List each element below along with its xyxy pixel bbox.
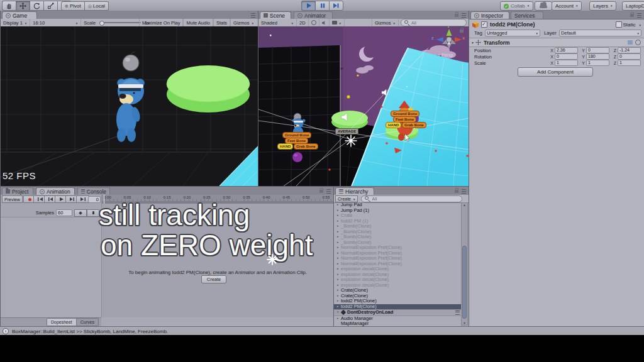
transform-component-header[interactable]: ▼ Transform <box>469 38 644 47</box>
hierarchy-item[interactable]: ▼DontDestroyOnLoad <box>334 309 462 316</box>
inspector-menu-icon[interactable] <box>637 13 641 18</box>
layout-dropdown[interactable]: LaptopDef <box>622 1 644 11</box>
status-bar[interactable]: i BoxManager::Build_ItemList >> StickyBo… <box>0 326 644 336</box>
foldout-icon[interactable]: ► <box>336 245 341 251</box>
scrollbar-thumb[interactable] <box>462 246 467 319</box>
foldout-icon[interactable]: ► <box>336 208 341 214</box>
game-viewport[interactable]: 52 FPS <box>1 26 258 186</box>
pause-button[interactable] <box>315 1 329 11</box>
foldout-icon[interactable]: ► <box>336 256 341 261</box>
position-x-field[interactable]: 2.36 <box>555 47 578 53</box>
scene-panel-menu-icon[interactable] <box>462 13 466 18</box>
tab-services[interactable]: Services <box>511 11 543 19</box>
hierarchy-lock-icon[interactable] <box>455 190 458 193</box>
hand-tool-button[interactable] <box>2 1 16 11</box>
foldout-icon[interactable]: ► <box>336 283 341 288</box>
game-panel-menu-icon[interactable] <box>251 13 255 18</box>
layer-dropdown[interactable]: Default <box>559 30 641 36</box>
tab-console[interactable]: Console <box>77 187 110 195</box>
animation-menu-icon[interactable] <box>326 189 331 194</box>
mute-audio-toggle[interactable]: Mute Audio <box>183 19 213 26</box>
2d-toggle[interactable]: 2D <box>297 19 309 26</box>
hierarchy-create-dropdown[interactable]: Create <box>335 195 358 202</box>
step-button[interactable] <box>329 1 343 11</box>
foldout-icon[interactable]: ► <box>336 261 341 267</box>
scale-slider[interactable] <box>99 22 141 23</box>
gear-icon[interactable] <box>635 40 641 45</box>
foldout-icon[interactable]: ► <box>336 316 341 322</box>
move-tool-button[interactable] <box>16 1 30 11</box>
cloud-button[interactable] <box>535 1 552 11</box>
dopesheet-toggle[interactable]: Dopesheet <box>47 318 77 326</box>
tab-inspector[interactable]: Inspector <box>470 11 509 19</box>
hierarchy-item[interactable]: ►todd2 PM(Clone) <box>334 304 462 310</box>
reference-book-icon[interactable] <box>628 40 633 45</box>
foldout-icon[interactable]: ► <box>336 240 341 246</box>
scene-gizmos-dropdown[interactable]: Gizmos <box>372 19 399 26</box>
foldout-icon[interactable]: ► <box>336 293 341 299</box>
position-z-field[interactable]: -1.24 <box>618 47 641 53</box>
foldout-icon[interactable]: ► <box>336 277 341 283</box>
lighting-toggle[interactable] <box>309 19 319 26</box>
persp-label[interactable]: < Persp <box>438 53 453 57</box>
preview-toggle[interactable]: Preview <box>2 195 23 203</box>
aspect-dropdown[interactable]: 16:10 <box>30 19 81 26</box>
scene-menu-icon[interactable] <box>455 310 460 315</box>
scale-y-field[interactable]: 1 <box>586 60 609 66</box>
pivot-toggle-button[interactable]: ⊕ Pivot <box>61 1 85 11</box>
tab-animation[interactable]: Animation <box>36 187 75 195</box>
scene-viewport[interactable]: Y X Z < Persp AVERAGE Ground Bone Feet B… <box>258 26 469 186</box>
foldout-icon[interactable]: ► <box>336 299 341 304</box>
scene-lock-icon[interactable] <box>455 14 458 17</box>
hierarchy-menu-icon[interactable] <box>462 189 466 194</box>
curves-toggle[interactable]: Curves <box>77 318 99 326</box>
tab-scene[interactable]: Scene <box>260 11 291 19</box>
effects-dropdown[interactable] <box>330 19 345 26</box>
hierarchy-scrollbar[interactable]: ▲ ▼ <box>461 202 468 326</box>
layers-dropdown[interactable]: Layers <box>589 1 616 11</box>
display-dropdown[interactable]: Display 1 <box>1 19 30 26</box>
foldout-open-icon[interactable]: ▼ <box>336 310 341 315</box>
rotation-y-field[interactable]: 180 <box>586 53 609 60</box>
stats-toggle[interactable]: Stats <box>213 19 230 26</box>
tag-dropdown[interactable]: Untagged <box>485 30 540 36</box>
rotation-z-field[interactable]: 0 <box>618 53 641 60</box>
local-toggle-button[interactable]: ◎ Local <box>85 1 109 11</box>
tab-project[interactable]: Project <box>2 187 33 195</box>
inspector-lock-icon[interactable] <box>630 14 634 17</box>
tab-game[interactable]: Game <box>2 11 37 19</box>
foldout-icon[interactable]: ► <box>336 272 341 278</box>
create-clip-button[interactable]: Create <box>201 275 226 283</box>
tab-hierarchy[interactable]: Hierarchy <box>335 187 374 195</box>
add-component-button[interactable]: Add Component <box>518 67 593 77</box>
foldout-icon[interactable]: ► <box>336 202 341 208</box>
maximize-on-play-toggle[interactable]: Maximize On Play <box>139 19 183 26</box>
samples-field[interactable]: 60 <box>56 209 72 216</box>
shading-dropdown[interactable]: Shaded <box>258 19 297 26</box>
foldout-icon[interactable]: ► <box>336 251 341 256</box>
foldout-icon[interactable]: ► <box>336 234 341 240</box>
static-checkbox[interactable] <box>616 21 622 28</box>
scroll-up-icon[interactable]: ▲ <box>462 203 467 207</box>
foldout-icon[interactable]: ► <box>336 224 341 229</box>
hierarchy-search-input[interactable]: All <box>361 195 462 202</box>
tab-animator[interactable]: Animator <box>294 11 333 19</box>
foldout-icon[interactable]: ► <box>336 266 341 272</box>
goto-end-button[interactable] <box>76 195 89 203</box>
rotate-tool-button[interactable] <box>30 1 43 11</box>
audio-toggle[interactable] <box>319 19 330 26</box>
scale-slider-knob[interactable] <box>99 21 104 26</box>
scale-x-field[interactable]: 1 <box>555 60 578 66</box>
scale-tool-button[interactable] <box>43 1 57 11</box>
scene-search-input[interactable]: All <box>401 19 467 26</box>
account-dropdown[interactable]: Account <box>552 1 582 11</box>
animation-lock-icon[interactable] <box>319 190 323 193</box>
collab-dropdown[interactable]: ✓ Collab <box>500 1 533 11</box>
foldout-icon[interactable]: ► <box>336 304 341 310</box>
play-button[interactable] <box>301 1 315 11</box>
foldout-icon[interactable]: ► <box>336 288 341 293</box>
scale-z-field[interactable]: 1 <box>618 60 641 66</box>
foldout-icon[interactable]: ► <box>336 213 341 219</box>
foldout-open-icon[interactable]: ▼ <box>471 41 474 45</box>
game-gizmos-dropdown[interactable]: Gizmos <box>230 19 257 26</box>
